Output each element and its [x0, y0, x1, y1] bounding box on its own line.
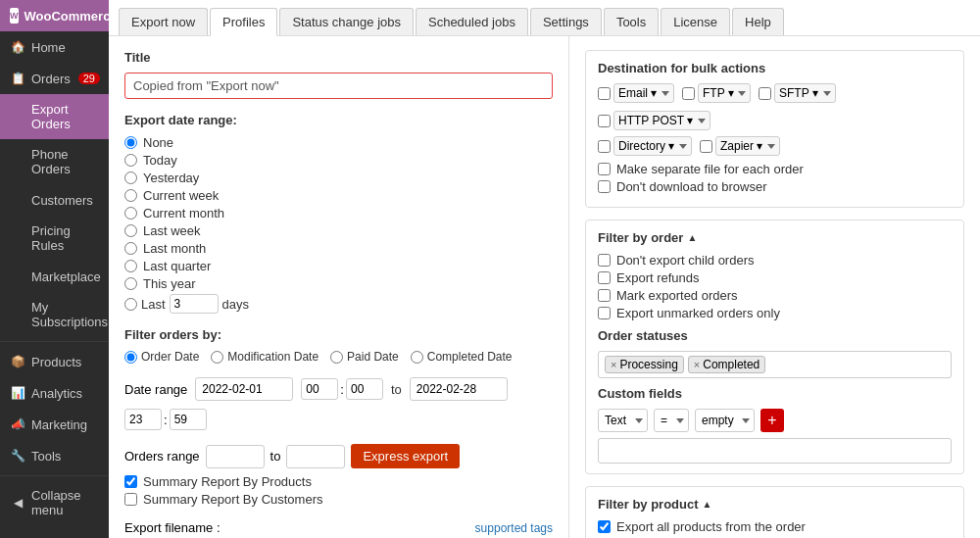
- summary-products-label: Summary Report By Products: [143, 474, 312, 489]
- radio-last-month[interactable]: Last month: [124, 241, 553, 256]
- sidebar-item-home[interactable]: 🏠 Home: [0, 31, 109, 63]
- dest-zapier-checkbox[interactable]: [700, 140, 712, 153]
- time-to-m[interactable]: [170, 409, 207, 430]
- order-statuses-tags[interactable]: × Processing × Completed: [598, 351, 952, 378]
- mark-exported-checkbox[interactable]: Mark exported orders: [598, 288, 952, 303]
- orders-to-input[interactable]: [286, 445, 345, 468]
- add-custom-field-button[interactable]: +: [760, 409, 784, 432]
- sidebar-item-export-orders[interactable]: Export Orders: [0, 94, 109, 139]
- sidebar-item-orders[interactable]: 📋 Orders 29: [0, 63, 109, 94]
- sidebar-item-tools[interactable]: 🔧 Tools: [0, 440, 109, 471]
- radio-order-date[interactable]: Order Date: [124, 350, 199, 364]
- sidebar: W WooCommerce 🏠 Home 📋 Orders 29 Export …: [0, 0, 109, 538]
- woo-label: WooCommerce: [24, 9, 118, 24]
- supported-tags-link[interactable]: supported tags: [475, 521, 553, 535]
- order-statuses-label: Order statuses: [598, 328, 952, 343]
- sidebar-item-marketplace[interactable]: Marketplace: [0, 261, 109, 292]
- orders-from-input[interactable]: [206, 445, 265, 468]
- time-from-h[interactable]: [301, 378, 338, 400]
- separate-file-checkbox[interactable]: Make separate file for each order: [598, 162, 952, 176]
- express-export-button[interactable]: Express export: [351, 444, 460, 468]
- last-text: Last: [141, 297, 166, 312]
- sidebar-item-analytics[interactable]: 📊 Analytics: [0, 377, 109, 409]
- radio-current-week[interactable]: Current week: [124, 188, 553, 203]
- dest-email: Email ▾: [598, 83, 674, 103]
- left-panel: Title Export date range: None Today Yest…: [109, 36, 569, 538]
- radio-current-month[interactable]: Current month: [124, 206, 553, 220]
- title-input[interactable]: [124, 73, 553, 99]
- sidebar-item-my-subscriptions[interactable]: My Subscriptions: [0, 292, 109, 337]
- radio-last[interactable]: Last days: [124, 294, 553, 314]
- radio-yesterday[interactable]: Yesterday: [124, 171, 553, 185]
- radio-completed-date[interactable]: Completed Date: [411, 350, 513, 364]
- dest-directory-select[interactable]: Directory ▾: [613, 136, 692, 156]
- sidebar-item-products[interactable]: 📦 Products: [0, 346, 109, 377]
- radio-last-quarter[interactable]: Last quarter: [124, 259, 553, 273]
- cf-val-select[interactable]: empty: [695, 409, 755, 432]
- last-days-input[interactable]: [170, 294, 219, 314]
- marketing-icon: 📣: [10, 416, 25, 432]
- tag-completed-label: Completed: [703, 358, 760, 371]
- cf-op-select[interactable]: =: [654, 409, 689, 432]
- export-refunds-checkbox[interactable]: Export refunds: [598, 270, 952, 285]
- orders-to-label: to: [270, 449, 281, 464]
- sidebar-item-phone-orders[interactable]: Phone Orders: [0, 139, 109, 184]
- dest-sftp-select[interactable]: SFTP ▾: [774, 83, 836, 103]
- radio-paid-date[interactable]: Paid Date: [330, 350, 399, 364]
- tab-license[interactable]: License: [661, 8, 730, 35]
- dest-sftp-checkbox[interactable]: [759, 87, 771, 100]
- radio-today[interactable]: Today: [124, 153, 553, 168]
- summary-products-checkbox[interactable]: Summary Report By Products: [124, 474, 553, 489]
- dest-email-select[interactable]: Email ▾: [613, 83, 674, 103]
- tab-settings[interactable]: Settings: [530, 8, 602, 35]
- time-to-group: :: [124, 409, 207, 430]
- sidebar-item-customers[interactable]: Customers: [0, 184, 109, 216]
- radio-none[interactable]: None: [124, 135, 553, 150]
- dest-ftp-select[interactable]: FTP ▾: [698, 83, 751, 103]
- woocommerce-brand[interactable]: W WooCommerce: [0, 0, 109, 31]
- tag-processing-remove[interactable]: ×: [611, 359, 616, 370]
- dest-zapier-select[interactable]: Zapier ▾: [715, 136, 780, 156]
- tag-processing[interactable]: × Processing: [605, 356, 684, 373]
- export-unmarked-checkbox[interactable]: Export unmarked orders only: [598, 306, 952, 320]
- filter-product-title: Filter by product ▲: [598, 497, 952, 512]
- sidebar-item-label: Customers: [31, 193, 93, 208]
- sidebar-item-pricing-rules[interactable]: Pricing Rules: [0, 216, 109, 261]
- destination-title: Destination for bulk actions: [598, 61, 952, 75]
- dest-row-2: Directory ▾ Zapier ▾: [598, 136, 952, 156]
- radio-last-week[interactable]: Last week: [124, 223, 553, 238]
- filter-product-arrow: ▲: [703, 499, 712, 510]
- tab-tools[interactable]: Tools: [604, 8, 659, 35]
- no-child-orders-checkbox[interactable]: Don't export child orders: [598, 253, 952, 268]
- dest-email-checkbox[interactable]: [598, 87, 611, 100]
- cf-type-select[interactable]: Text: [598, 409, 648, 432]
- tab-bar: Export now Profiles Status change jobs S…: [109, 0, 980, 36]
- tab-status-change-jobs[interactable]: Status change jobs: [279, 8, 414, 35]
- dest-zapier: Zapier ▾: [700, 136, 780, 156]
- dest-directory-checkbox[interactable]: [598, 140, 611, 153]
- sidebar-item-collapse[interactable]: ◀ Collapse menu: [0, 480, 109, 525]
- time-from-m[interactable]: [346, 378, 383, 400]
- sidebar-item-label: Orders: [31, 72, 71, 86]
- export-all-products-checkbox[interactable]: Export all products from the order: [598, 519, 952, 534]
- tab-scheduled-jobs[interactable]: Scheduled jobs: [416, 8, 528, 35]
- tag-completed-remove[interactable]: ×: [694, 359, 700, 370]
- sidebar-divider-1: [0, 341, 109, 342]
- tab-export-now[interactable]: Export now: [119, 8, 208, 35]
- time-to-h[interactable]: [124, 409, 162, 430]
- woo-icon: W: [10, 8, 19, 24]
- cf-text-input[interactable]: [598, 438, 952, 464]
- no-download-checkbox[interactable]: Don't download to browser: [598, 179, 952, 194]
- date-to-input[interactable]: [410, 377, 508, 401]
- dest-http-select[interactable]: HTTP POST ▾: [613, 111, 710, 130]
- sidebar-item-marketing[interactable]: 📣 Marketing: [0, 409, 109, 440]
- radio-modification-date[interactable]: Modification Date: [211, 350, 318, 364]
- date-from-input[interactable]: [195, 377, 293, 401]
- summary-customers-checkbox[interactable]: Summary Report By Customers: [124, 492, 553, 507]
- dest-http-checkbox[interactable]: [598, 115, 611, 127]
- tag-completed[interactable]: × Completed: [688, 356, 765, 373]
- dest-ftp-checkbox[interactable]: [682, 87, 695, 100]
- tab-profiles[interactable]: Profiles: [210, 8, 277, 36]
- radio-this-year[interactable]: This year: [124, 276, 553, 291]
- tab-help[interactable]: Help: [732, 8, 784, 35]
